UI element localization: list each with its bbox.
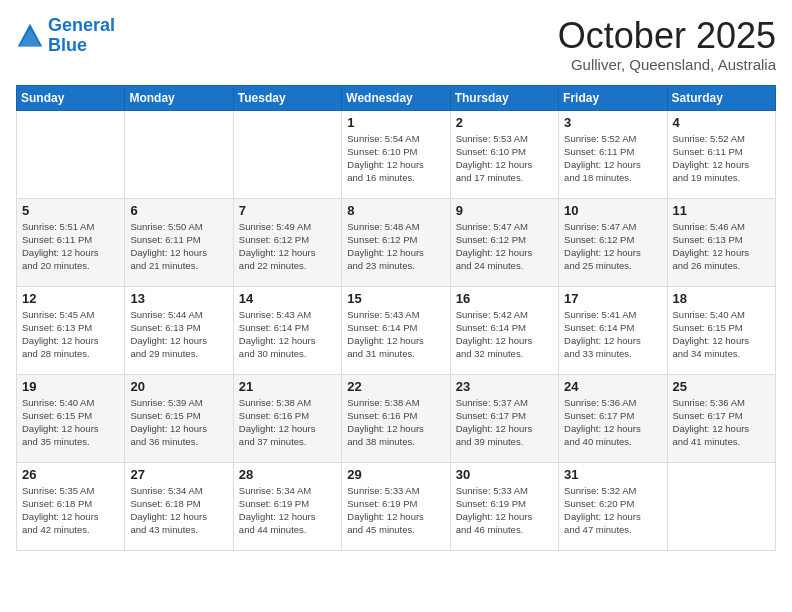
calendar-day-17: 17Sunrise: 5:41 AM Sunset: 6:14 PM Dayli… (559, 286, 667, 374)
calendar-week-5: 26Sunrise: 5:35 AM Sunset: 6:18 PM Dayli… (17, 462, 776, 550)
day-info: Sunrise: 5:40 AM Sunset: 6:15 PM Dayligh… (673, 308, 770, 361)
day-number: 22 (347, 379, 444, 394)
calendar-day-27: 27Sunrise: 5:34 AM Sunset: 6:18 PM Dayli… (125, 462, 233, 550)
empty-cell (667, 462, 775, 550)
day-info: Sunrise: 5:33 AM Sunset: 6:19 PM Dayligh… (347, 484, 444, 537)
calendar-day-6: 6Sunrise: 5:50 AM Sunset: 6:11 PM Daylig… (125, 198, 233, 286)
calendar-day-25: 25Sunrise: 5:36 AM Sunset: 6:17 PM Dayli… (667, 374, 775, 462)
day-number: 18 (673, 291, 770, 306)
day-number: 11 (673, 203, 770, 218)
weekday-header-sunday: Sunday (17, 85, 125, 110)
day-number: 27 (130, 467, 227, 482)
calendar-day-26: 26Sunrise: 5:35 AM Sunset: 6:18 PM Dayli… (17, 462, 125, 550)
day-number: 2 (456, 115, 553, 130)
weekday-header-friday: Friday (559, 85, 667, 110)
calendar-day-11: 11Sunrise: 5:46 AM Sunset: 6:13 PM Dayli… (667, 198, 775, 286)
day-number: 15 (347, 291, 444, 306)
calendar-day-22: 22Sunrise: 5:38 AM Sunset: 6:16 PM Dayli… (342, 374, 450, 462)
calendar-day-29: 29Sunrise: 5:33 AM Sunset: 6:19 PM Dayli… (342, 462, 450, 550)
day-info: Sunrise: 5:45 AM Sunset: 6:13 PM Dayligh… (22, 308, 119, 361)
day-number: 1 (347, 115, 444, 130)
day-number: 9 (456, 203, 553, 218)
day-info: Sunrise: 5:40 AM Sunset: 6:15 PM Dayligh… (22, 396, 119, 449)
day-number: 6 (130, 203, 227, 218)
day-number: 17 (564, 291, 661, 306)
weekday-header-row: SundayMondayTuesdayWednesdayThursdayFrid… (17, 85, 776, 110)
day-info: Sunrise: 5:41 AM Sunset: 6:14 PM Dayligh… (564, 308, 661, 361)
calendar-day-23: 23Sunrise: 5:37 AM Sunset: 6:17 PM Dayli… (450, 374, 558, 462)
page-header: General Blue October 2025 Gulliver, Quee… (16, 16, 776, 73)
calendar-day-15: 15Sunrise: 5:43 AM Sunset: 6:14 PM Dayli… (342, 286, 450, 374)
weekday-header-wednesday: Wednesday (342, 85, 450, 110)
day-info: Sunrise: 5:34 AM Sunset: 6:18 PM Dayligh… (130, 484, 227, 537)
day-number: 24 (564, 379, 661, 394)
calendar-day-28: 28Sunrise: 5:34 AM Sunset: 6:19 PM Dayli… (233, 462, 341, 550)
calendar-week-2: 5Sunrise: 5:51 AM Sunset: 6:11 PM Daylig… (17, 198, 776, 286)
day-number: 25 (673, 379, 770, 394)
day-info: Sunrise: 5:52 AM Sunset: 6:11 PM Dayligh… (673, 132, 770, 185)
day-info: Sunrise: 5:47 AM Sunset: 6:12 PM Dayligh… (456, 220, 553, 273)
empty-cell (125, 110, 233, 198)
day-number: 14 (239, 291, 336, 306)
calendar-day-30: 30Sunrise: 5:33 AM Sunset: 6:19 PM Dayli… (450, 462, 558, 550)
calendar-week-1: 1Sunrise: 5:54 AM Sunset: 6:10 PM Daylig… (17, 110, 776, 198)
day-info: Sunrise: 5:35 AM Sunset: 6:18 PM Dayligh… (22, 484, 119, 537)
day-info: Sunrise: 5:43 AM Sunset: 6:14 PM Dayligh… (347, 308, 444, 361)
day-number: 8 (347, 203, 444, 218)
calendar-day-13: 13Sunrise: 5:44 AM Sunset: 6:13 PM Dayli… (125, 286, 233, 374)
day-info: Sunrise: 5:43 AM Sunset: 6:14 PM Dayligh… (239, 308, 336, 361)
day-info: Sunrise: 5:48 AM Sunset: 6:12 PM Dayligh… (347, 220, 444, 273)
day-info: Sunrise: 5:37 AM Sunset: 6:17 PM Dayligh… (456, 396, 553, 449)
weekday-header-thursday: Thursday (450, 85, 558, 110)
calendar-day-9: 9Sunrise: 5:47 AM Sunset: 6:12 PM Daylig… (450, 198, 558, 286)
calendar-day-8: 8Sunrise: 5:48 AM Sunset: 6:12 PM Daylig… (342, 198, 450, 286)
day-info: Sunrise: 5:52 AM Sunset: 6:11 PM Dayligh… (564, 132, 661, 185)
day-number: 12 (22, 291, 119, 306)
calendar-day-3: 3Sunrise: 5:52 AM Sunset: 6:11 PM Daylig… (559, 110, 667, 198)
day-info: Sunrise: 5:39 AM Sunset: 6:15 PM Dayligh… (130, 396, 227, 449)
logo-text: General Blue (48, 16, 115, 56)
day-info: Sunrise: 5:49 AM Sunset: 6:12 PM Dayligh… (239, 220, 336, 273)
calendar: SundayMondayTuesdayWednesdayThursdayFrid… (16, 85, 776, 551)
calendar-day-12: 12Sunrise: 5:45 AM Sunset: 6:13 PM Dayli… (17, 286, 125, 374)
calendar-day-5: 5Sunrise: 5:51 AM Sunset: 6:11 PM Daylig… (17, 198, 125, 286)
weekday-header-saturday: Saturday (667, 85, 775, 110)
calendar-day-20: 20Sunrise: 5:39 AM Sunset: 6:15 PM Dayli… (125, 374, 233, 462)
calendar-week-4: 19Sunrise: 5:40 AM Sunset: 6:15 PM Dayli… (17, 374, 776, 462)
day-number: 19 (22, 379, 119, 394)
day-info: Sunrise: 5:36 AM Sunset: 6:17 PM Dayligh… (564, 396, 661, 449)
calendar-day-19: 19Sunrise: 5:40 AM Sunset: 6:15 PM Dayli… (17, 374, 125, 462)
weekday-header-tuesday: Tuesday (233, 85, 341, 110)
calendar-day-10: 10Sunrise: 5:47 AM Sunset: 6:12 PM Dayli… (559, 198, 667, 286)
logo: General Blue (16, 16, 115, 56)
empty-cell (233, 110, 341, 198)
logo-icon (16, 22, 44, 50)
logo-line1: General (48, 15, 115, 35)
day-number: 10 (564, 203, 661, 218)
day-info: Sunrise: 5:44 AM Sunset: 6:13 PM Dayligh… (130, 308, 227, 361)
day-number: 20 (130, 379, 227, 394)
day-number: 16 (456, 291, 553, 306)
day-number: 7 (239, 203, 336, 218)
day-number: 29 (347, 467, 444, 482)
day-info: Sunrise: 5:53 AM Sunset: 6:10 PM Dayligh… (456, 132, 553, 185)
day-number: 30 (456, 467, 553, 482)
day-info: Sunrise: 5:38 AM Sunset: 6:16 PM Dayligh… (239, 396, 336, 449)
day-info: Sunrise: 5:34 AM Sunset: 6:19 PM Dayligh… (239, 484, 336, 537)
empty-cell (17, 110, 125, 198)
day-info: Sunrise: 5:47 AM Sunset: 6:12 PM Dayligh… (564, 220, 661, 273)
day-number: 5 (22, 203, 119, 218)
day-number: 21 (239, 379, 336, 394)
calendar-day-1: 1Sunrise: 5:54 AM Sunset: 6:10 PM Daylig… (342, 110, 450, 198)
day-number: 26 (22, 467, 119, 482)
calendar-day-2: 2Sunrise: 5:53 AM Sunset: 6:10 PM Daylig… (450, 110, 558, 198)
day-number: 31 (564, 467, 661, 482)
day-number: 4 (673, 115, 770, 130)
calendar-day-4: 4Sunrise: 5:52 AM Sunset: 6:11 PM Daylig… (667, 110, 775, 198)
calendar-day-7: 7Sunrise: 5:49 AM Sunset: 6:12 PM Daylig… (233, 198, 341, 286)
day-info: Sunrise: 5:42 AM Sunset: 6:14 PM Dayligh… (456, 308, 553, 361)
day-info: Sunrise: 5:54 AM Sunset: 6:10 PM Dayligh… (347, 132, 444, 185)
month-title: October 2025 (558, 16, 776, 56)
day-info: Sunrise: 5:33 AM Sunset: 6:19 PM Dayligh… (456, 484, 553, 537)
calendar-day-18: 18Sunrise: 5:40 AM Sunset: 6:15 PM Dayli… (667, 286, 775, 374)
